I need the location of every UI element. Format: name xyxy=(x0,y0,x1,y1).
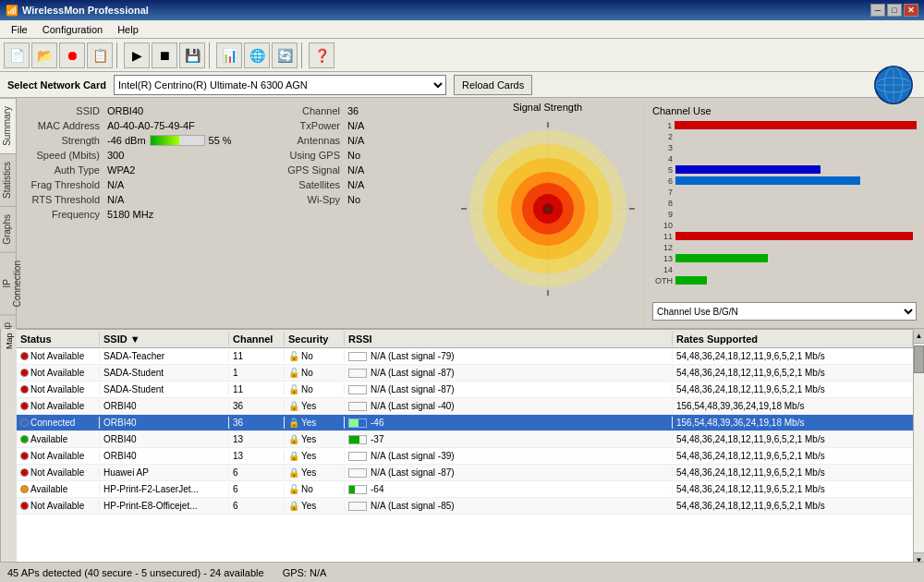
toolbar-stop[interactable]: ⏹ xyxy=(152,42,177,68)
td-ssid: SADA-Student xyxy=(100,367,229,379)
toolbar-refresh[interactable]: 🔄 xyxy=(272,42,298,68)
menu-configuration[interactable]: Configuration xyxy=(35,22,110,37)
security-text: No xyxy=(301,484,313,494)
toolbar-net[interactable]: 🌐 xyxy=(244,42,270,68)
channel-bar-row: 4 xyxy=(652,153,917,164)
toolbar-play[interactable]: ▶ xyxy=(124,42,150,68)
td-channel: 1 xyxy=(229,367,285,379)
td-security: 🔒Yes xyxy=(285,500,345,512)
scroll-up[interactable]: ▲ xyxy=(914,329,924,344)
td-channel: 11 xyxy=(229,350,285,362)
netcard-select[interactable]: Intel(R) Centrino(R) Ultimate-N 6300 AGN xyxy=(114,75,446,95)
rssi-bar-box xyxy=(348,485,367,494)
td-rates: 54,48,36,24,18,12,11,9,6,5,2,1 Mb/s xyxy=(673,467,913,479)
toolbar-copy[interactable]: 📋 xyxy=(87,42,113,68)
th-channel[interactable]: Channel xyxy=(229,332,285,346)
antennas-row: Antennas N/A xyxy=(274,135,443,146)
table-row[interactable]: AvailableORBI4013🔒Yes-3754,48,36,24,18,1… xyxy=(17,431,913,448)
menu-help[interactable]: Help xyxy=(110,22,146,37)
status-text1: 45 APs detected (40 secure - 5 unsecured… xyxy=(7,567,264,578)
td-status: Available xyxy=(17,483,100,495)
toolbar: 📄 📂 ⏺ 📋 ▶ ⏹ 💾 📊 🌐 🔄 ❓ xyxy=(0,39,924,72)
signal-strength-panel: Signal Strength xyxy=(451,98,645,328)
strength-row: Strength -46 dBm 55 % xyxy=(24,135,258,146)
netcard-label: Select Network Card xyxy=(7,79,106,91)
channel-label: 1 xyxy=(652,121,675,130)
channel-use-panel: Channel Use 1234567891011121314OTH Chann… xyxy=(645,98,924,328)
channel-bar xyxy=(675,165,821,174)
status-dot xyxy=(20,502,29,510)
table-row[interactable]: Not AvailableSADA-Student1🔓NoN/A (Last s… xyxy=(17,365,913,382)
menu-file[interactable]: File xyxy=(4,22,35,37)
td-security: 🔓No xyxy=(285,383,345,395)
security-icon: 🔓 xyxy=(288,484,299,494)
scroll-thumb[interactable] xyxy=(914,346,924,373)
toolbar-record[interactable]: ⏺ xyxy=(59,42,85,68)
rssi-text: N/A (Last signal -79) xyxy=(371,351,455,361)
table-row[interactable]: Not AvailableHuawei AP6🔒YesN/A (Last sig… xyxy=(17,465,913,481)
td-ssid: HP-Print-E8-Officejet... xyxy=(100,500,229,512)
toolbar-stats[interactable]: 📊 xyxy=(216,42,242,68)
td-status: Available xyxy=(17,433,100,445)
table-row[interactable]: Not AvailableORBI4036🔒YesN/A (Last signa… xyxy=(17,398,913,415)
td-ssid: ORBI40 xyxy=(100,450,229,462)
table-row[interactable]: Not AvailableSADA-Teacher11🔓NoN/A (Last … xyxy=(17,348,913,365)
th-status[interactable]: Status xyxy=(17,332,100,346)
scrollbar[interactable]: ▲ ▼ xyxy=(913,329,924,567)
th-rates[interactable]: Rates Supported xyxy=(673,332,913,346)
security-icon: 🔒 xyxy=(288,501,299,511)
table-row[interactable]: Not AvailableSADA-Student11🔓NoN/A (Last … xyxy=(17,382,913,398)
map-tab[interactable]: Map xyxy=(0,329,17,567)
toolbar-open[interactable]: 📂 xyxy=(31,42,57,68)
vtab-graphs[interactable]: Graphs xyxy=(0,206,16,252)
vtab-ip-connection[interactable]: IP Connection xyxy=(0,252,16,315)
table-row[interactable]: ConnectedORBI4036🔒Yes-46156,54,48,39,36,… xyxy=(17,415,913,431)
frag-row: Frag Threshold N/A xyxy=(24,179,258,190)
channel-bar-row: OTH xyxy=(652,275,917,285)
channel-label: Channel xyxy=(274,105,347,116)
close-button[interactable]: ✕ xyxy=(904,4,918,17)
th-security[interactable]: Security xyxy=(285,332,345,346)
table-row[interactable]: Not AvailableORBI4013🔒YesN/A (Last signa… xyxy=(17,448,913,465)
vtab-statistics[interactable]: Statistics xyxy=(0,153,16,206)
channel-label: 11 xyxy=(652,232,675,241)
td-channel: 6 xyxy=(229,500,285,512)
vtab-summary[interactable]: Summary xyxy=(0,98,16,153)
table-header: Status SSID ▼ Channel Security RSSI Rate… xyxy=(17,330,913,348)
freq-value: 5180 MHz xyxy=(107,209,153,220)
gpssig-row: GPS Signal N/A xyxy=(274,164,443,176)
channel-label: 12 xyxy=(652,243,675,252)
status-text: Available xyxy=(30,484,67,494)
td-status: Not Available xyxy=(17,367,100,379)
channel-bar-row: 2 xyxy=(652,131,917,141)
toolbar-save[interactable]: 💾 xyxy=(179,42,205,68)
th-ssid[interactable]: SSID ▼ xyxy=(100,332,229,346)
channel-label: 5 xyxy=(652,165,675,175)
maximize-button[interactable]: □ xyxy=(887,4,902,17)
td-security: 🔓No xyxy=(285,350,345,362)
wispy-value: No xyxy=(347,194,360,205)
toolbar-sep1 xyxy=(116,42,120,68)
status-dot xyxy=(20,402,29,410)
top-panels: Summary Statistics Graphs IP Connection … xyxy=(0,98,924,329)
rssi-text: -64 xyxy=(371,484,383,494)
td-ssid: SADA-Student xyxy=(100,383,229,395)
speed-label: Speed (Mbits) xyxy=(24,150,107,161)
reload-cards-button[interactable]: Reload Cards xyxy=(454,75,532,95)
toolbar-new[interactable]: 📄 xyxy=(4,42,30,68)
freq-row: Frequency 5180 MHz xyxy=(24,209,258,220)
channel-bar xyxy=(675,121,917,129)
minimize-button[interactable]: ─ xyxy=(870,4,885,17)
td-channel: 6 xyxy=(229,483,285,495)
toolbar-help[interactable]: ❓ xyxy=(309,42,334,68)
td-security: 🔒Yes xyxy=(285,433,345,445)
table-body: Not AvailableSADA-Teacher11🔓NoN/A (Last … xyxy=(17,348,913,567)
channel-use-select[interactable]: Channel Use B/G/N xyxy=(652,302,917,321)
strength-dbm: -46 dBm xyxy=(107,135,146,146)
channel-label: 3 xyxy=(652,143,675,152)
table-row[interactable]: Not AvailableHP-Print-E8-Officejet...6🔒Y… xyxy=(17,498,913,515)
th-rssi[interactable]: RSSI xyxy=(345,332,673,346)
mac-row: MAC Address A0-40-A0-75-49-4F xyxy=(24,120,258,131)
rssi-text: N/A (Last signal -85) xyxy=(371,501,455,511)
table-row[interactable]: AvailableHP-Print-F2-LaserJet...6🔓No-645… xyxy=(17,481,913,498)
